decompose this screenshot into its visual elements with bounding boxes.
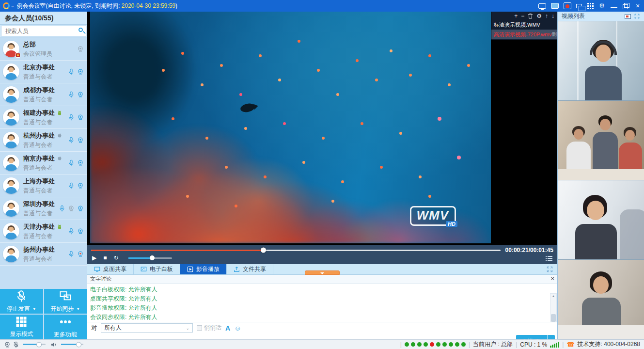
playlist-trash-icon[interactable]: [528, 13, 533, 19]
participant-row[interactable]: 扬州办事处普通与会者: [0, 243, 87, 266]
camera-icon[interactable]: [77, 228, 84, 235]
participant-video-feed[interactable]: [558, 260, 644, 339]
camera-icon[interactable]: [77, 182, 84, 189]
mic-icon[interactable]: [68, 159, 75, 166]
tab-file-share[interactable]: 文件共享: [227, 264, 273, 274]
participant-name: 总部: [23, 40, 36, 49]
participant-row[interactable]: 北京办事处普通与会者: [0, 61, 87, 83]
video-progress-bar[interactable]: [91, 250, 501, 251]
camera-icon[interactable]: [77, 114, 84, 121]
playlist-remove-icon[interactable]: −: [521, 13, 524, 19]
stop-speaking-button[interactable]: 停止发言▼: [0, 289, 43, 314]
camera-icon[interactable]: [77, 137, 84, 143]
emoji-icon[interactable]: ☺: [234, 325, 241, 332]
scroll-up-icon[interactable]: ▲: [552, 294, 555, 299]
participant-row[interactable]: 上海办事处普通与会者: [0, 174, 87, 197]
video-progress-knob[interactable]: [261, 248, 266, 253]
close-button[interactable]: ×: [634, 2, 641, 9]
record-icon[interactable]: [564, 2, 571, 9]
participant-row[interactable]: 天津办事处普通与会者: [0, 220, 87, 243]
tab-av-playback[interactable]: 影音播放: [180, 264, 227, 274]
mic-icon[interactable]: [68, 68, 75, 75]
video-wall-icon[interactable]: [625, 14, 631, 19]
playlist-item[interactable]: 标清演示视频.WMV: [491, 20, 557, 30]
participant-row[interactable]: 深圳办事处普通与会者: [0, 197, 87, 220]
volume-slider[interactable]: [128, 257, 172, 259]
layout-grid-icon[interactable]: [587, 2, 594, 9]
mic-icon[interactable]: [68, 114, 75, 121]
camera-icon[interactable]: [77, 205, 84, 212]
camera-icon[interactable]: [77, 68, 84, 75]
mic-muted-status-icon[interactable]: [13, 341, 19, 348]
mic-icon[interactable]: [68, 251, 75, 257]
mic-icon[interactable]: [68, 228, 75, 235]
participant-role: 普通与会者: [23, 209, 59, 218]
recipient-select[interactable]: 所有人 ⌄: [101, 323, 193, 333]
start-sync-button[interactable]: 开始同步▼: [44, 289, 87, 314]
caret-down-icon[interactable]: ▼: [32, 307, 36, 311]
participant-row[interactable]: 福建办事处普通与会者: [0, 106, 87, 129]
participant-row[interactable]: 南京办事处普通与会者: [0, 152, 87, 174]
file-share-icon: [234, 266, 240, 272]
playlist-move-up-icon[interactable]: ↑: [545, 13, 548, 19]
app-logo-icon[interactable]: [3, 2, 10, 9]
camera-icon[interactable]: [77, 91, 84, 98]
font-style-button[interactable]: A: [225, 324, 230, 332]
playlist-move-down-icon[interactable]: ↓: [551, 13, 554, 19]
playlist-item-selected[interactable]: 高清演示视频-720P.wmv删除: [491, 30, 557, 39]
search-icon[interactable]: [79, 28, 83, 32]
participant-row[interactable]: 总部会议管理员: [0, 38, 87, 61]
participant-row[interactable]: 成都办事处普通与会者: [0, 83, 87, 106]
camera-icon[interactable]: [77, 159, 84, 166]
mic-icon[interactable]: [68, 182, 75, 189]
whisper-option[interactable]: 悄悄话: [197, 324, 221, 332]
search-input[interactable]: [1, 26, 86, 36]
participant-video-feed[interactable]: [558, 101, 644, 180]
camera-off-icon[interactable]: [68, 205, 75, 212]
participant-row[interactable]: 杭州办事处普通与会者: [0, 129, 87, 152]
play-button[interactable]: ▶: [92, 254, 96, 262]
playlist-delete-link[interactable]: 删除: [552, 30, 557, 39]
speaker-volume-slider[interactable]: [61, 344, 83, 345]
display-mode-button[interactable]: 显示模式: [0, 315, 43, 339]
volume-knob[interactable]: [150, 255, 155, 260]
video-list-header: 视频列表: [558, 12, 644, 21]
stop-button[interactable]: ■: [103, 254, 107, 262]
participant-video-feed[interactable]: [558, 180, 644, 260]
playlist-settings-icon[interactable]: ⚙: [536, 13, 542, 19]
tab-desktop-share[interactable]: 桌面共享: [87, 264, 134, 274]
expand-panel-icon[interactable]: [634, 13, 640, 19]
whisper-checkbox[interactable]: [197, 325, 202, 331]
video-progress-played: [91, 250, 263, 251]
more-features-button[interactable]: 更多功能: [44, 315, 87, 339]
chevron-down-icon[interactable]: ⌄: [11, 3, 15, 8]
playlist-toggle-icon[interactable]: [546, 255, 552, 260]
chat-close-icon[interactable]: ×: [550, 275, 554, 283]
camera-status-icon[interactable]: [4, 341, 11, 348]
scrollbar-thumb[interactable]: [551, 314, 556, 322]
sync-screens-icon[interactable]: [576, 4, 582, 8]
caret-down-icon[interactable]: ▼: [76, 307, 80, 311]
mic-volume-slider[interactable]: [23, 344, 46, 345]
mic-icon[interactable]: [68, 137, 75, 143]
camera-active-icon[interactable]: [77, 251, 84, 257]
collapse-panel-handle[interactable]: [305, 270, 340, 275]
participant-video-feed[interactable]: [558, 21, 644, 101]
tab-whiteboard[interactable]: 电子白板: [134, 264, 180, 274]
window-mode-icon[interactable]: [551, 3, 559, 9]
maximize-button[interactable]: [623, 2, 629, 9]
playlist-add-icon[interactable]: +: [514, 13, 518, 19]
replay-button[interactable]: ↻: [113, 254, 118, 262]
mic-icon[interactable]: [68, 91, 75, 98]
settings-gear-icon[interactable]: ⚙: [598, 2, 605, 9]
speaker-icon[interactable]: [50, 341, 57, 348]
minimize-button[interactable]: [610, 2, 618, 9]
playing-video[interactable]: WMVHD: [90, 12, 491, 243]
chat-scrollbar[interactable]: ▲ ▼: [550, 293, 557, 322]
screen-share-icon[interactable]: [538, 3, 546, 9]
to-label: 对: [91, 324, 97, 332]
camera-icon[interactable]: [77, 46, 84, 52]
mic-icon[interactable]: [59, 205, 65, 212]
fullscreen-icon[interactable]: [546, 266, 553, 275]
video-feeds: [558, 21, 644, 339]
